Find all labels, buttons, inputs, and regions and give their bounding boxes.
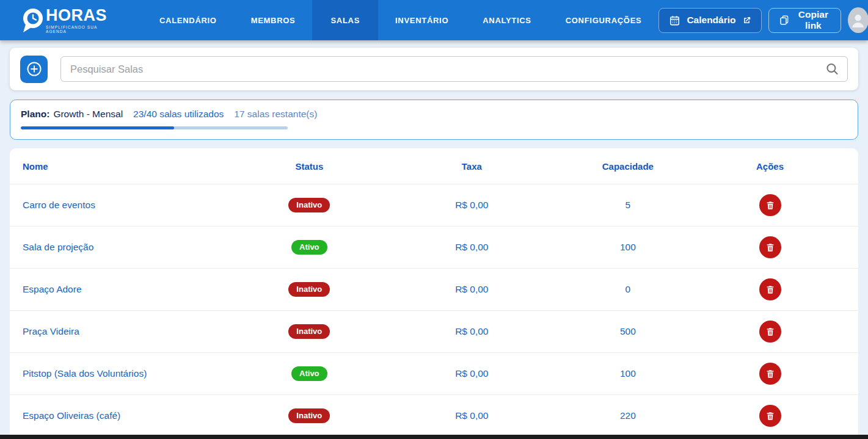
delete-room-button[interactable] bbox=[759, 236, 781, 258]
plan-used-count: 23/40 salas utilizados bbox=[133, 109, 224, 120]
plan-remaining-count: 17 salas restante(s) bbox=[234, 109, 317, 120]
search-input[interactable] bbox=[60, 56, 848, 82]
add-room-button[interactable] bbox=[20, 56, 48, 83]
room-name-link[interactable]: Sala de projeção bbox=[10, 242, 249, 253]
trash-icon bbox=[765, 327, 775, 337]
table-row: Pitstop (Sala dos Voluntários) Ativo R$ … bbox=[10, 352, 858, 394]
delete-room-button[interactable] bbox=[759, 278, 781, 300]
brand-name: HORAS bbox=[46, 7, 107, 24]
nav-item-analytics[interactable]: ANALYTICS bbox=[465, 0, 549, 40]
brand-tagline: SIMPLIFICANDO SUA AGENDA bbox=[46, 25, 107, 34]
room-rate: R$ 0,00 bbox=[370, 368, 574, 379]
delete-room-button[interactable] bbox=[759, 321, 781, 343]
copy-icon bbox=[779, 15, 790, 26]
column-header-capacidade: Capacidade bbox=[574, 161, 682, 172]
room-rate: R$ 0,00 bbox=[370, 326, 574, 337]
table-header-row: Nome Status Taxa Capacidade Ações bbox=[10, 148, 858, 184]
nav-item-configuracoes[interactable]: CONFIGURAÇÕES bbox=[549, 0, 659, 40]
table-body: Carro de eventos Inativo R$ 0,00 5 Sala … bbox=[10, 184, 858, 437]
rooms-table: Nome Status Taxa Capacidade Ações Carro … bbox=[10, 148, 858, 439]
status-badge: Ativo bbox=[291, 240, 327, 255]
plan-label: Plano: bbox=[21, 109, 49, 120]
room-capacity: 100 bbox=[574, 242, 682, 253]
plan-name: Growth - Mensal bbox=[53, 109, 123, 120]
room-rate: R$ 0,00 bbox=[370, 410, 574, 421]
plan-summary-card: Plano: Growth - Mensal 23/40 salas utili… bbox=[10, 100, 858, 140]
status-badge: Inativo bbox=[288, 282, 330, 297]
search-toolbar bbox=[10, 48, 858, 90]
calendar-button-label: Calendário bbox=[687, 15, 735, 26]
room-name-link[interactable]: Espaço Adore bbox=[10, 284, 249, 295]
delete-room-button[interactable] bbox=[759, 405, 781, 427]
room-capacity: 500 bbox=[574, 326, 682, 337]
navbar-actions: Calendário Copiar link bbox=[658, 7, 868, 33]
nav-item-calendario[interactable]: CALENDÁRIO bbox=[142, 0, 234, 40]
plan-progress-track bbox=[21, 126, 288, 129]
trash-icon bbox=[765, 369, 775, 379]
delete-room-button[interactable] bbox=[759, 363, 781, 385]
copy-link-button[interactable]: Copiar link bbox=[768, 8, 842, 33]
room-rate: R$ 0,00 bbox=[370, 284, 574, 295]
status-badge: Inativo bbox=[288, 198, 330, 213]
copy-link-button-label: Copiar link bbox=[796, 9, 831, 31]
trash-icon bbox=[765, 285, 775, 295]
table-row: Espaço Adore Inativo R$ 0,00 0 bbox=[10, 268, 858, 310]
room-capacity: 100 bbox=[574, 368, 682, 379]
delete-room-button[interactable] bbox=[759, 194, 781, 216]
room-capacity: 0 bbox=[574, 284, 682, 295]
plus-circle-icon bbox=[26, 60, 43, 78]
salas-page: Plano: Growth - Mensal 23/40 salas utili… bbox=[0, 48, 868, 439]
status-badge: Inativo bbox=[288, 324, 330, 339]
room-capacity: 220 bbox=[574, 410, 682, 421]
plan-progress-fill bbox=[21, 126, 174, 129]
external-link-icon bbox=[742, 16, 751, 25]
room-name-link[interactable]: Espaço Oliveiras (café) bbox=[10, 410, 249, 421]
nav-item-salas[interactable]: SALAS bbox=[312, 0, 378, 40]
table-row: Praça Videira Inativo R$ 0,00 500 bbox=[10, 310, 858, 352]
calendar-icon bbox=[669, 15, 680, 26]
table-row: Espaço Oliveiras (café) Inativo R$ 0,00 … bbox=[10, 394, 858, 437]
trash-icon bbox=[765, 200, 775, 211]
user-avatar[interactable] bbox=[848, 7, 868, 33]
top-navbar: HORAS SIMPLIFICANDO SUA AGENDA CALENDÁRI… bbox=[0, 0, 868, 40]
table-row: Carro de eventos Inativo R$ 0,00 5 bbox=[10, 184, 858, 226]
brand-logo[interactable]: HORAS SIMPLIFICANDO SUA AGENDA bbox=[20, 7, 107, 34]
nav-item-membros[interactable]: MEMBROS bbox=[234, 0, 313, 40]
trash-icon bbox=[765, 411, 775, 421]
column-header-nome: Nome bbox=[10, 161, 249, 172]
room-rate: R$ 0,00 bbox=[370, 200, 574, 211]
calendar-link-button[interactable]: Calendário bbox=[658, 8, 761, 33]
room-capacity: 5 bbox=[574, 200, 682, 211]
clock-bubble-icon bbox=[20, 7, 45, 34]
room-name-link[interactable]: Pitstop (Sala dos Voluntários) bbox=[10, 368, 249, 379]
column-header-acoes: Ações bbox=[682, 161, 858, 172]
column-header-taxa: Taxa bbox=[370, 161, 574, 172]
table-row: Sala de projeção Ativo R$ 0,00 100 bbox=[10, 226, 858, 268]
status-badge: Ativo bbox=[291, 366, 327, 382]
trash-icon bbox=[765, 242, 775, 253]
search-icon bbox=[825, 62, 840, 77]
room-name-link[interactable]: Carro de eventos bbox=[10, 200, 249, 211]
column-header-status: Status bbox=[249, 161, 370, 172]
room-rate: R$ 0,00 bbox=[370, 242, 574, 253]
person-icon bbox=[848, 7, 868, 33]
main-nav: CALENDÁRIOMEMBROSSALASINVENTÁRIOANALYTIC… bbox=[142, 0, 658, 40]
room-name-link[interactable]: Praça Videira bbox=[10, 326, 249, 337]
bottom-edge-strip bbox=[0, 435, 868, 439]
status-badge: Inativo bbox=[288, 408, 330, 424]
nav-item-inventario[interactable]: INVENTÁRIO bbox=[378, 0, 465, 40]
